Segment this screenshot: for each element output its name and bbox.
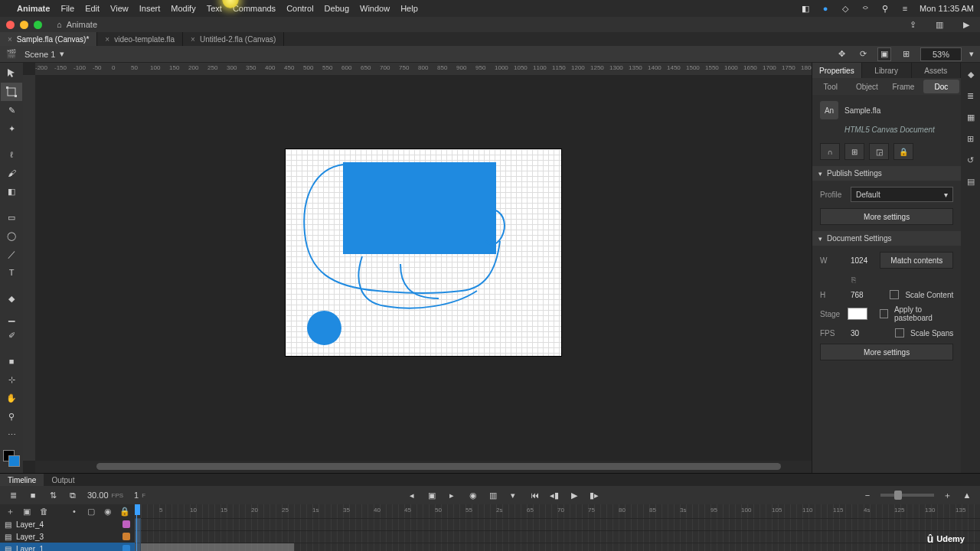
chevron-down-icon[interactable]: ▾ <box>969 49 974 59</box>
new-folder-icon[interactable]: ▣ <box>21 507 32 517</box>
highlight-layer-icon[interactable]: • <box>69 507 80 516</box>
menu-control[interactable]: Control <box>286 4 313 13</box>
play-icon[interactable]: ▶ <box>567 488 581 502</box>
menu-help[interactable]: Help <box>400 4 418 13</box>
menu-file[interactable]: File <box>60 4 74 13</box>
lock-toggle-icon[interactable]: 🔒 <box>893 143 913 160</box>
menu-edit[interactable]: Edit <box>85 4 100 13</box>
zoom-tool[interactable]: ⚲ <box>1 407 22 425</box>
lasso-tool[interactable]: ✎ <box>1 101 22 119</box>
doc-tab-1[interactable]: ×video-template.fla <box>97 32 183 46</box>
menu-commands[interactable]: Commands <box>233 4 276 13</box>
rail-transform-icon[interactable]: ⊞ <box>964 132 978 145</box>
rail-align-icon[interactable]: ≣ <box>964 89 978 103</box>
snap-toggle-icon[interactable]: ∩ <box>820 143 840 160</box>
output-tab[interactable]: Output <box>44 474 82 486</box>
insert-kf-icon[interactable]: ▣ <box>425 488 439 502</box>
rotate-icon[interactable]: ⟳ <box>856 47 870 61</box>
subtab-object[interactable]: Object <box>849 78 886 95</box>
layer-depth-icon[interactable]: ⇅ <box>46 488 60 502</box>
home-icon[interactable]: ⌂ <box>57 20 62 29</box>
window-close-button[interactable] <box>6 21 15 29</box>
onion-skin-icon[interactable]: ⧉ <box>66 488 80 502</box>
document-settings-header[interactable]: ▾Document Settings <box>812 231 961 246</box>
rail-components-icon[interactable]: ▤ <box>964 174 978 188</box>
outline-layer-icon[interactable]: ▢ <box>86 507 96 517</box>
zoom-slider-plus[interactable]: ＋ <box>940 488 954 502</box>
lock-icon[interactable]: 🔒 <box>119 507 130 517</box>
tab-assets[interactable]: Assets <box>912 63 962 78</box>
step-back-icon[interactable]: ◂▮ <box>547 488 561 502</box>
width-value[interactable]: 1024 <box>851 256 867 265</box>
blue-circle-shape[interactable] <box>307 311 341 345</box>
rectangle-tool[interactable]: ▭ <box>1 208 22 227</box>
tray-location-icon[interactable]: ◇ <box>840 3 851 14</box>
frame-row[interactable] <box>135 518 980 530</box>
new-layer-icon[interactable]: ＋ <box>5 506 15 517</box>
rail-color-icon[interactable]: ◆ <box>964 67 978 81</box>
frame-grid[interactable]: 5101520251s35404550552s65707580853s95100… <box>135 504 980 551</box>
color-swatches[interactable] <box>3 450 20 467</box>
free-transform-tool[interactable] <box>1 83 22 101</box>
guides-toggle-icon[interactable]: ◲ <box>869 143 889 160</box>
timeline-fit-icon[interactable]: ▲ <box>960 488 974 502</box>
layers-icon[interactable]: ≣ <box>6 488 20 502</box>
fps-value[interactable]: 30 <box>851 329 859 337</box>
clip-stage-icon[interactable]: ▣ <box>877 47 891 61</box>
stage-color-swatch[interactable] <box>848 308 867 320</box>
tray-cc-icon[interactable]: ● <box>820 3 831 14</box>
bone-tool[interactable]: ⊹ <box>1 370 22 389</box>
close-icon[interactable]: × <box>191 35 195 44</box>
magic-wand-tool[interactable]: ✦ <box>1 119 22 138</box>
fill-swatch[interactable] <box>8 455 20 467</box>
brush-tool[interactable]: 🖌 <box>1 164 22 182</box>
scrollbar-thumb[interactable] <box>96 463 781 470</box>
layer-color-swatch[interactable] <box>122 545 130 551</box>
publish-settings-header[interactable]: ▾Publish Settings <box>812 166 961 181</box>
app-name[interactable]: Animate <box>17 4 50 13</box>
next-kf-icon[interactable]: ▸ <box>445 488 459 502</box>
first-frame-icon[interactable]: ⏮ <box>528 488 541 502</box>
doc-more-button[interactable]: More settings <box>820 344 953 360</box>
subtab-tool[interactable]: Tool <box>812 78 849 95</box>
layer-color-swatch[interactable] <box>122 533 130 540</box>
scale-content-checkbox[interactable] <box>890 290 899 299</box>
close-icon[interactable]: × <box>105 35 109 44</box>
tab-library[interactable]: Library <box>862 63 912 78</box>
profile-select[interactable]: Default▾ <box>851 187 953 202</box>
clapper-icon[interactable]: 🎬 <box>6 49 17 59</box>
doc-tab-0[interactable]: ×Sample.fla (Canvas)* <box>0 32 97 46</box>
frame-row[interactable] <box>135 543 980 551</box>
tray-icon-1[interactable]: ◧ <box>800 3 811 14</box>
doc-tab-2[interactable]: ×Untitled-2.fla (Canvas) <box>183 32 284 46</box>
marker-icon[interactable]: ▾ <box>506 488 520 502</box>
rail-swatches-icon[interactable]: ▦ <box>964 110 978 124</box>
ink-bottle-tool[interactable]: ▁ <box>1 308 22 326</box>
window-minimize-button[interactable] <box>20 21 28 29</box>
publish-more-button[interactable]: More settings <box>820 208 953 225</box>
menu-view[interactable]: View <box>110 4 129 13</box>
layer-row[interactable]: ▤Layer_3 <box>0 530 135 543</box>
text-tool[interactable]: T <box>1 263 22 282</box>
paint-bucket-tool[interactable]: ◆ <box>1 289 22 308</box>
menu-insert[interactable]: Insert <box>139 4 161 13</box>
playhead-handle[interactable] <box>135 504 140 515</box>
camera-icon[interactable]: ■ <box>26 488 40 502</box>
menu-text[interactable]: Text <box>207 4 222 13</box>
tab-properties[interactable]: Properties <box>812 63 862 78</box>
workspace-icon[interactable]: ▥ <box>932 18 947 31</box>
subtab-doc[interactable]: Doc <box>923 80 960 93</box>
stage-hscrollbar[interactable] <box>35 461 812 473</box>
tray-spotlight-icon[interactable]: ⚲ <box>880 3 890 14</box>
eraser-tool[interactable]: ◧ <box>1 182 22 201</box>
share-icon[interactable]: ⇪ <box>905 18 920 31</box>
link-wh-icon[interactable]: ⎘ <box>849 275 858 284</box>
ellipse-tool[interactable]: ◯ <box>1 227 22 245</box>
eye-icon[interactable]: ◉ <box>103 507 113 517</box>
hand-tool[interactable]: ✋ <box>1 389 22 407</box>
step-fwd-icon[interactable]: ▮▸ <box>587 488 601 502</box>
timeline-tab[interactable]: Timeline <box>0 474 44 486</box>
layer-color-swatch[interactable] <box>122 520 130 528</box>
scene-selector[interactable]: Scene 1 ▾ <box>24 49 64 59</box>
menubar-clock[interactable]: Mon 11:35 AM <box>920 4 974 13</box>
